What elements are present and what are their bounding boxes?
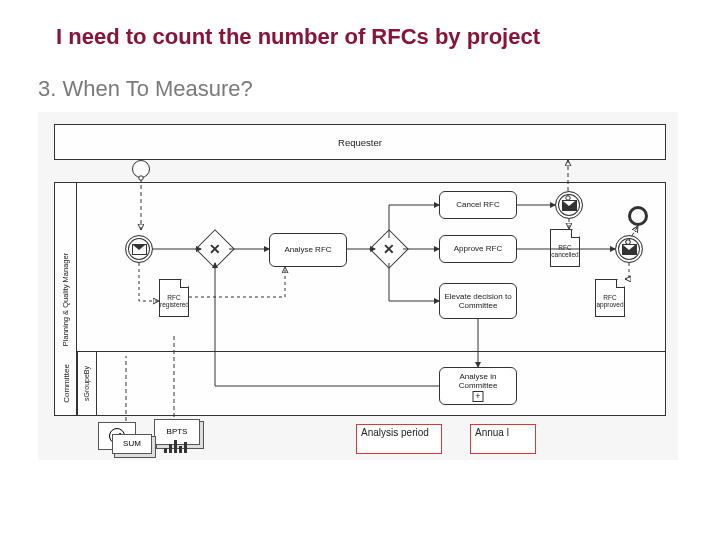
bottom-sum-box: SUM bbox=[112, 434, 152, 454]
tag-annual: Annua l bbox=[470, 424, 536, 454]
task-analyse-committee: Analyse in Committee bbox=[439, 367, 517, 405]
presentation-slide: I need to count the number of RFCs by pr… bbox=[0, 0, 720, 540]
start-message-event bbox=[125, 235, 153, 263]
task-analyse-rfc-label: Analyse RFC bbox=[284, 245, 331, 254]
gateway-decision bbox=[369, 229, 409, 269]
task-cancel-rfc: Cancel RFC bbox=[439, 191, 517, 219]
bottom-sum-label: SUM bbox=[123, 439, 141, 448]
pool-requester-header: Requester bbox=[338, 125, 382, 159]
task-approve-rfc: Approve RFC bbox=[439, 235, 517, 263]
pool-main: Planning & Quality Manager Committee sGr… bbox=[54, 182, 666, 416]
task-approve-rfc-label: Approve RFC bbox=[454, 244, 502, 253]
task-elevate-label: Elevate decision to Committee bbox=[440, 292, 516, 310]
bottom-bpts-label: BPTS bbox=[167, 427, 188, 436]
bpmn-diagram: Requester Planning & Quality Manager Com… bbox=[38, 112, 678, 460]
message-throw-cancel bbox=[555, 191, 583, 219]
start-event bbox=[132, 160, 150, 178]
tag-analysis-period: Analysis period bbox=[356, 424, 442, 454]
task-analyse-rfc: Analyse RFC bbox=[269, 233, 347, 267]
gateway-split bbox=[195, 229, 235, 269]
task-elevate: Elevate decision to Committee bbox=[439, 283, 517, 319]
doc-rfc-cancelled-label: RFC cancelled bbox=[551, 244, 579, 258]
doc-rfc-cancelled: RFC cancelled bbox=[550, 229, 580, 267]
envelope-icon bbox=[132, 244, 147, 255]
pool-requester-label: Requester bbox=[338, 137, 382, 148]
lane-pq-label: Planning & Quality Manager bbox=[61, 252, 70, 345]
envelope-icon bbox=[562, 200, 577, 211]
slide-title: I need to count the number of RFCs by pr… bbox=[56, 24, 540, 50]
barchart-icon bbox=[164, 437, 190, 453]
lane-committee-label: Committee bbox=[62, 364, 71, 403]
doc-rfc-registered-label: RFC registered bbox=[160, 294, 188, 308]
message-throw-approve bbox=[615, 235, 643, 263]
lane-divider bbox=[77, 351, 665, 352]
envelope-icon bbox=[622, 244, 637, 255]
task-analyse-committee-label: Analyse in Committee bbox=[459, 372, 498, 390]
lane-subgroup-label: sGroupeBy bbox=[83, 365, 90, 400]
pool-requester: Requester bbox=[54, 124, 666, 160]
doc-rfc-approved-label: RFC approved bbox=[596, 294, 624, 308]
slide-subtitle: 3. When To Measure? bbox=[38, 76, 253, 102]
doc-rfc-approved: RFC approved bbox=[595, 279, 625, 317]
lane-subgroup-header: sGroupeBy bbox=[77, 351, 97, 415]
tag-annual-label: Annua l bbox=[475, 427, 509, 438]
end-event bbox=[628, 206, 648, 226]
doc-rfc-registered: RFC registered bbox=[159, 279, 189, 317]
tag-analysis-period-label: Analysis period bbox=[361, 427, 429, 438]
task-cancel-rfc-label: Cancel RFC bbox=[456, 200, 500, 209]
lane-committee-header: Committee bbox=[55, 351, 78, 415]
